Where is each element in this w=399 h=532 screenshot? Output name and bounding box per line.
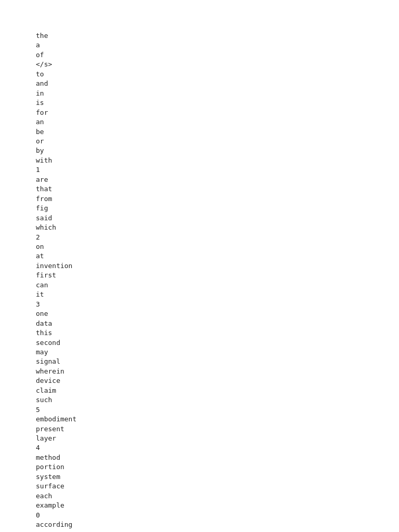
- list-item: device: [36, 376, 399, 385]
- list-item: </s>: [36, 60, 399, 69]
- list-item: each: [36, 491, 399, 501]
- list-item: portion: [36, 462, 399, 472]
- list-item: 0: [36, 511, 399, 520]
- list-item: a: [36, 41, 399, 50]
- list-item: in: [36, 89, 399, 98]
- list-item: on: [36, 242, 399, 251]
- list-item: the: [36, 31, 399, 41]
- list-item: surface: [36, 482, 399, 491]
- list-item: 5: [36, 405, 399, 415]
- list-item: it: [36, 290, 399, 299]
- list-item: with: [36, 156, 399, 165]
- list-item: 4: [36, 443, 399, 453]
- list-item: to: [36, 70, 399, 79]
- list-item: this: [36, 328, 399, 338]
- list-item: one: [36, 309, 399, 318]
- list-item: present: [36, 424, 399, 434]
- list-item: said: [36, 214, 399, 223]
- list-item: may: [36, 348, 399, 357]
- list-item: embodiment: [36, 415, 399, 424]
- list-item: data: [36, 319, 399, 328]
- list-item: signal: [36, 357, 399, 366]
- list-item: fig: [36, 204, 399, 213]
- list-item: by: [36, 146, 399, 155]
- list-item: system: [36, 472, 399, 482]
- list-item: is: [36, 98, 399, 108]
- list-item: invention: [36, 261, 399, 271]
- list-item: second: [36, 338, 399, 348]
- list-item: according: [36, 520, 399, 529]
- list-item: first: [36, 271, 399, 280]
- list-item: are: [36, 175, 399, 184]
- list-item: or: [36, 137, 399, 146]
- list-item: 2: [36, 233, 399, 242]
- list-item: c: [36, 530, 399, 532]
- list-item: can: [36, 281, 399, 290]
- list-item: method: [36, 453, 399, 462]
- list-item: and: [36, 79, 399, 88]
- list-item: for: [36, 108, 399, 117]
- list-item: of: [36, 50, 399, 60]
- word-list: theaof</s>toandinisforanbeorbywith1areth…: [0, 0, 399, 532]
- list-item: that: [36, 184, 399, 194]
- list-item: from: [36, 194, 399, 204]
- list-item: layer: [36, 434, 399, 443]
- list-item: 1: [36, 165, 399, 175]
- list-item: at: [36, 251, 399, 261]
- list-item: be: [36, 127, 399, 137]
- list-item: example: [36, 501, 399, 510]
- list-item: an: [36, 117, 399, 127]
- list-item: such: [36, 395, 399, 405]
- list-item: 3: [36, 300, 399, 309]
- list-item: claim: [36, 386, 399, 395]
- list-item: which: [36, 223, 399, 232]
- list-item: wherein: [36, 367, 399, 376]
